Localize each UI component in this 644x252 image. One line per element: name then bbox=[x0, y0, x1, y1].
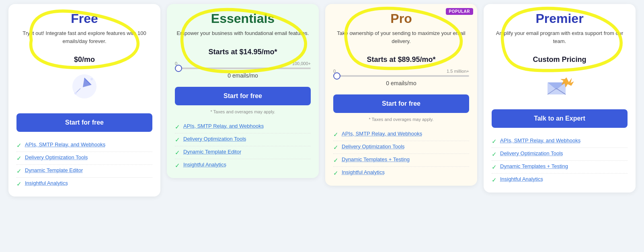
cta-button-essentials[interactable]: Start for free bbox=[175, 87, 311, 105]
feature-text-premier-2[interactable]: Dynamic Templates + Testing bbox=[500, 163, 568, 169]
feature-text-pro-2[interactable]: Dynamic Templates + Testing bbox=[342, 156, 410, 162]
plan-desc-essentials: Empower your business with foundational … bbox=[175, 29, 311, 37]
check-icon: ✓ bbox=[333, 144, 338, 151]
feature-text-free-0[interactable]: APIs, SMTP Relay, and Webhooks bbox=[25, 141, 105, 148]
plan-illustration-free bbox=[8, 67, 160, 109]
plan-header-essentials: Essentials Empower your business with fo… bbox=[167, 4, 319, 43]
plan-header-premier: Premier Amplify your email program with … bbox=[484, 4, 636, 51]
plan-desc-premier: Amplify your email program with extra su… bbox=[492, 29, 628, 45]
plan-card-wrapper-essentials: Essentials Empower your business with fo… bbox=[167, 4, 319, 197]
feature-text-pro-3[interactable]: Insightful Analytics bbox=[342, 169, 385, 175]
check-icon: ✓ bbox=[16, 155, 22, 162]
slider-section-essentials: 0 100,000+ 0 emails/mo bbox=[167, 59, 319, 83]
svg-point-5 bbox=[90, 78, 93, 80]
plan-card-essentials: Essentials Empower your business with fo… bbox=[167, 4, 319, 178]
plan-card-free: Free Try it out! Integrate fast and expl… bbox=[8, 4, 160, 197]
plan-desc-free: Try it out! Integrate fast and explore f… bbox=[16, 29, 152, 45]
list-item: ✓ Insightful Analytics bbox=[492, 174, 628, 186]
list-item: ✓ Dynamic Template Editor bbox=[175, 146, 311, 159]
check-icon: ✓ bbox=[175, 149, 180, 156]
cta-button-premier[interactable]: Talk to an Expert bbox=[492, 109, 628, 128]
check-icon: ✓ bbox=[16, 168, 22, 175]
list-item: ✓ Delivery Optimization Tools bbox=[16, 152, 152, 165]
plan-illustration-premier bbox=[484, 67, 636, 105]
check-icon: ✓ bbox=[175, 162, 180, 169]
feature-text-essentials-2[interactable]: Dynamic Template Editor bbox=[183, 149, 241, 155]
list-item: ✓ Insightful Analytics bbox=[175, 159, 311, 172]
slider-track-essentials[interactable] bbox=[175, 68, 311, 69]
slider-track-pro[interactable] bbox=[333, 75, 469, 77]
features-list-pro: ✓ APIs, SMTP Relay, and Webhooks ✓ Deliv… bbox=[325, 125, 477, 179]
plan-header-free: Free Try it out! Integrate fast and expl… bbox=[8, 4, 160, 51]
svg-point-4 bbox=[74, 92, 77, 94]
plan-card-pro: POPULAR Pro Take ownership of your sendi… bbox=[325, 4, 477, 186]
premier-illustration-icon bbox=[541, 70, 578, 98]
slider-max-essentials: 100,000+ bbox=[292, 61, 311, 66]
feature-text-free-3[interactable]: Insightful Analytics bbox=[25, 180, 68, 186]
plan-title-free: Free bbox=[16, 11, 152, 26]
plan-card-wrapper-premier: Premier Amplify your email program with … bbox=[484, 4, 636, 197]
list-item: ✓ Dynamic Templates + Testing bbox=[492, 161, 628, 174]
plan-card-premier: Premier Amplify your email program with … bbox=[484, 4, 636, 193]
features-list-premier: ✓ APIs, SMTP Relay, and Webhooks ✓ Deliv… bbox=[484, 132, 636, 186]
slider-emails-essentials: 0 emails/mo bbox=[175, 72, 311, 79]
slider-thumb-pro[interactable] bbox=[333, 72, 340, 80]
plan-desc-pro: Take ownership of your sending to maximi… bbox=[333, 29, 469, 45]
plan-pricing-free: $0/mo bbox=[8, 51, 160, 67]
check-icon: ✓ bbox=[333, 170, 338, 177]
list-item: ✓ APIs, SMTP Relay, and Webhooks bbox=[175, 121, 311, 133]
plan-pricing-essentials: Starts at $14.95/mo* bbox=[167, 43, 319, 59]
check-icon: ✓ bbox=[16, 180, 22, 188]
features-list-essentials: ✓ APIs, SMTP Relay, and Webhooks ✓ Deliv… bbox=[167, 117, 319, 172]
list-item: ✓ Dynamic Template Editor bbox=[16, 165, 152, 178]
check-icon: ✓ bbox=[175, 123, 180, 131]
plan-card-wrapper-pro: POPULAR Pro Take ownership of your sendi… bbox=[325, 4, 477, 197]
tax-note-pro: * Taxes and overages may apply. bbox=[325, 117, 477, 122]
plan-pricing-premier: Custom Pricing bbox=[484, 51, 636, 67]
plan-card-wrapper-free: Free Try it out! Integrate fast and expl… bbox=[8, 4, 160, 197]
slider-labels-pro: 0 1.5 million+ bbox=[333, 69, 469, 74]
feature-text-premier-3[interactable]: Insightful Analytics bbox=[500, 176, 543, 182]
slider-section-pro: 0 1.5 million+ 0 emails/mo bbox=[325, 67, 477, 90]
check-icon: ✓ bbox=[333, 157, 338, 164]
feature-text-premier-1[interactable]: Delivery Optimization Tools bbox=[500, 150, 563, 156]
list-item: ✓ Delivery Optimization Tools bbox=[492, 148, 628, 161]
plan-title-essentials: Essentials bbox=[175, 11, 311, 26]
popular-badge: POPULAR bbox=[446, 8, 473, 15]
check-icon: ✓ bbox=[16, 142, 22, 149]
slider-thumb-essentials[interactable] bbox=[175, 65, 182, 72]
check-icon: ✓ bbox=[492, 176, 497, 184]
feature-text-free-1[interactable]: Delivery Optimization Tools bbox=[25, 154, 88, 160]
free-illustration-icon bbox=[68, 70, 100, 102]
check-icon: ✓ bbox=[175, 136, 180, 143]
feature-text-essentials-0[interactable]: APIs, SMTP Relay, and Webhooks bbox=[183, 123, 264, 129]
check-icon: ✓ bbox=[492, 138, 497, 145]
list-item: ✓ Delivery Optimization Tools bbox=[333, 141, 469, 154]
features-list-free: ✓ APIs, SMTP Relay, and Webhooks ✓ Deliv… bbox=[8, 136, 160, 190]
feature-text-free-2[interactable]: Dynamic Template Editor bbox=[25, 167, 83, 173]
pricing-section: Free Try it out! Integrate fast and expl… bbox=[8, 4, 636, 197]
slider-emails-pro: 0 emails/mo bbox=[333, 80, 469, 86]
plan-title-premier: Premier bbox=[492, 11, 628, 26]
slider-max-pro: 1.5 million+ bbox=[447, 69, 469, 74]
feature-text-pro-1[interactable]: Delivery Optimization Tools bbox=[342, 143, 405, 150]
check-icon: ✓ bbox=[492, 164, 497, 171]
feature-text-premier-0[interactable]: APIs, SMTP Relay, and Webhooks bbox=[500, 137, 580, 143]
list-item: ✓ APIs, SMTP Relay, and Webhooks bbox=[16, 139, 152, 152]
list-item: ✓ Insightful Analytics bbox=[333, 167, 469, 179]
check-icon: ✓ bbox=[333, 131, 338, 138]
slider-labels-essentials: 0 100,000+ bbox=[175, 61, 311, 66]
list-item: ✓ Insightful Analytics bbox=[16, 178, 152, 190]
plan-pricing-pro: Starts at $89.95/mo* bbox=[325, 51, 477, 67]
feature-text-pro-0[interactable]: APIs, SMTP Relay, and Webhooks bbox=[342, 131, 422, 137]
list-item: ✓ APIs, SMTP Relay, and Webhooks bbox=[333, 128, 469, 141]
check-icon: ✓ bbox=[492, 151, 497, 158]
list-item: ✓ APIs, SMTP Relay, and Webhooks bbox=[492, 135, 628, 148]
plan-header-pro: POPULAR Pro Take ownership of your sendi… bbox=[325, 4, 477, 51]
cta-button-free[interactable]: Start for free bbox=[16, 113, 152, 132]
feature-text-essentials-3[interactable]: Insightful Analytics bbox=[183, 162, 226, 168]
feature-text-essentials-1[interactable]: Delivery Optimization Tools bbox=[183, 136, 246, 142]
tax-note-essentials: * Taxes and overages may apply. bbox=[167, 109, 319, 114]
list-item: ✓ Dynamic Templates + Testing bbox=[333, 154, 469, 167]
cta-button-pro[interactable]: Start for free bbox=[333, 94, 469, 113]
